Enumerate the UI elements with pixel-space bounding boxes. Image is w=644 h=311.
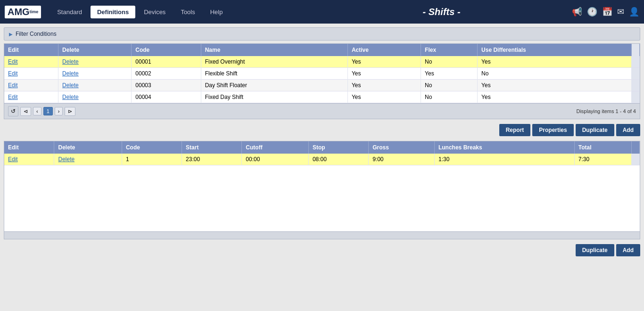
top-delete-btn-2[interactable]: Delete: [62, 82, 79, 89]
top-name-cell: Fixed Day Shift: [201, 91, 347, 103]
bottom-table: Edit Delete Code Start Cutoff Stop Gross…: [4, 141, 640, 165]
top-code-cell: 00002: [132, 68, 201, 80]
mail-icon[interactable]: ✉: [617, 7, 624, 17]
b-col-start: Start: [182, 141, 242, 154]
main-content: ▶ Filter Conditions Edit Delete Code Nam…: [0, 24, 644, 262]
bot-row-scroll: [632, 154, 640, 165]
b-col-stop: Stop: [308, 141, 368, 154]
bottom-table-container: Edit Delete Code Start Cutoff Stop Gross…: [4, 141, 640, 239]
bot-cutoff-cell: 00:00: [242, 154, 309, 165]
b-col-delete: Delete: [54, 141, 122, 154]
pag-prev[interactable]: ‹: [33, 107, 41, 115]
top-table: Edit Delete Code Name Active Flex Use Di…: [4, 44, 640, 103]
top-active-cell: Yes: [347, 56, 421, 68]
top-table-row: Edit Delete 00004 Fixed Day Shift Yes No…: [4, 91, 640, 103]
nav-item-definitions[interactable]: Definitions: [91, 6, 135, 18]
b-col-total: Total: [574, 141, 631, 154]
top-name-cell: Flexible Shift: [201, 68, 347, 80]
report-button[interactable]: Report: [499, 124, 531, 136]
nav-item-help[interactable]: Help: [204, 6, 230, 18]
add-button-bottom[interactable]: Add: [616, 244, 640, 256]
top-delete-cell: Delete: [58, 56, 132, 68]
duplicate-button-top[interactable]: Duplicate: [576, 124, 614, 136]
b-col-lunches: Lunches Breaks: [434, 141, 574, 154]
top-edit-cell: Edit: [4, 56, 58, 68]
clock-icon[interactable]: 🕐: [587, 7, 597, 17]
b-col-gross: Gross: [369, 141, 435, 154]
filter-label: Filter Conditions: [16, 31, 57, 37]
top-row-scroll: [632, 80, 640, 91]
top-edit-cell: Edit: [4, 68, 58, 80]
top-code-cell: 00004: [132, 91, 201, 103]
b-col-code: Code: [122, 141, 182, 154]
col-active: Active: [347, 44, 421, 56]
top-table-header-row: Edit Delete Code Name Active Flex Use Di…: [4, 44, 640, 56]
top-edit-btn-2[interactable]: Edit: [8, 82, 18, 89]
properties-button[interactable]: Properties: [532, 124, 573, 136]
bot-delete-btn-0[interactable]: Delete: [58, 156, 74, 163]
add-button-top[interactable]: Add: [616, 124, 640, 136]
nav-item-devices[interactable]: Devices: [137, 6, 172, 18]
bottom-action-bar: Duplicate Add: [4, 242, 640, 258]
top-edit-cell: Edit: [4, 80, 58, 91]
b-col-cutoff: Cutoff: [242, 141, 309, 154]
top-edit-btn-3[interactable]: Edit: [8, 94, 18, 100]
col-delete: Delete: [58, 44, 132, 56]
col-flex: Flex: [421, 44, 478, 56]
bot-code-cell: 1: [122, 154, 182, 165]
pag-first[interactable]: ⊲: [20, 107, 31, 116]
bot-start-cell: 23:00: [182, 154, 242, 165]
bottom-table-row: Edit Delete 1 23:00 00:00 08:00 9:00 1:3…: [4, 154, 640, 165]
b-col-edit: Edit: [4, 141, 54, 154]
col-use-diff: Use Differentials: [478, 44, 632, 56]
logo-amg-text: AMG: [8, 7, 30, 17]
top-code-cell: 00001: [132, 56, 201, 68]
logo-box: AMG time: [5, 6, 41, 18]
top-active-cell: Yes: [347, 91, 421, 103]
col-code: Code: [132, 44, 201, 56]
top-usediff-cell: No: [478, 68, 632, 80]
top-name-cell: Day Shift Floater: [201, 80, 347, 91]
pag-current[interactable]: 1: [43, 107, 53, 115]
top-row-scroll: [632, 68, 640, 80]
megaphone-icon[interactable]: 📢: [572, 7, 582, 17]
bot-delete-cell: Delete: [54, 154, 122, 165]
top-delete-cell: Delete: [58, 91, 132, 103]
filter-bar[interactable]: ▶ Filter Conditions: [4, 27, 640, 41]
pag-next[interactable]: ›: [55, 107, 63, 115]
top-flex-cell: No: [421, 56, 478, 68]
top-row-scroll: [632, 91, 640, 103]
top-usediff-cell: Yes: [478, 91, 632, 103]
pag-last[interactable]: ⊳: [65, 107, 75, 116]
top-table-row: Edit Delete 00002 Flexible Shift Yes Yes…: [4, 68, 640, 80]
top-code-cell: 00003: [132, 80, 201, 91]
top-delete-btn-3[interactable]: Delete: [62, 94, 79, 100]
user-icon[interactable]: 👤: [629, 7, 639, 17]
pag-info: Displaying items 1 - 4 of 4: [576, 108, 636, 114]
page-title: - Shifts -: [311, 7, 572, 17]
nav-item-standard[interactable]: Standard: [50, 6, 89, 18]
bot-edit-btn-0[interactable]: Edit: [8, 156, 18, 163]
bot-edit-cell: Edit: [4, 154, 54, 165]
top-edit-btn-0[interactable]: Edit: [8, 58, 18, 65]
top-usediff-cell: Yes: [478, 56, 632, 68]
top-delete-btn-1[interactable]: Delete: [62, 70, 79, 77]
nav-icons: 📢 🕐 📅 ✉ 👤: [572, 7, 639, 17]
top-name-cell: Fixed Overnight: [201, 56, 347, 68]
top-flex-cell: Yes: [421, 68, 478, 80]
calendar-icon[interactable]: 📅: [602, 7, 612, 17]
navbar: AMG time Standard Definitions Devices To…: [0, 0, 644, 24]
bot-stop-cell: 08:00: [308, 154, 368, 165]
top-delete-cell: Delete: [58, 80, 132, 91]
col-edit: Edit: [4, 44, 58, 56]
top-edit-btn-1[interactable]: Edit: [8, 70, 18, 77]
top-flex-cell: No: [421, 91, 478, 103]
nav-item-tools[interactable]: Tools: [174, 6, 201, 18]
logo: AMG time: [5, 6, 41, 18]
bot-gross-cell: 9:00: [369, 154, 435, 165]
bot-lunches-cell: 1:30: [434, 154, 574, 165]
top-delete-btn-0[interactable]: Delete: [62, 58, 79, 65]
bottom-scroll-bar[interactable]: [4, 231, 640, 239]
duplicate-button-bottom[interactable]: Duplicate: [576, 244, 614, 256]
refresh-button[interactable]: ↺: [8, 106, 18, 116]
